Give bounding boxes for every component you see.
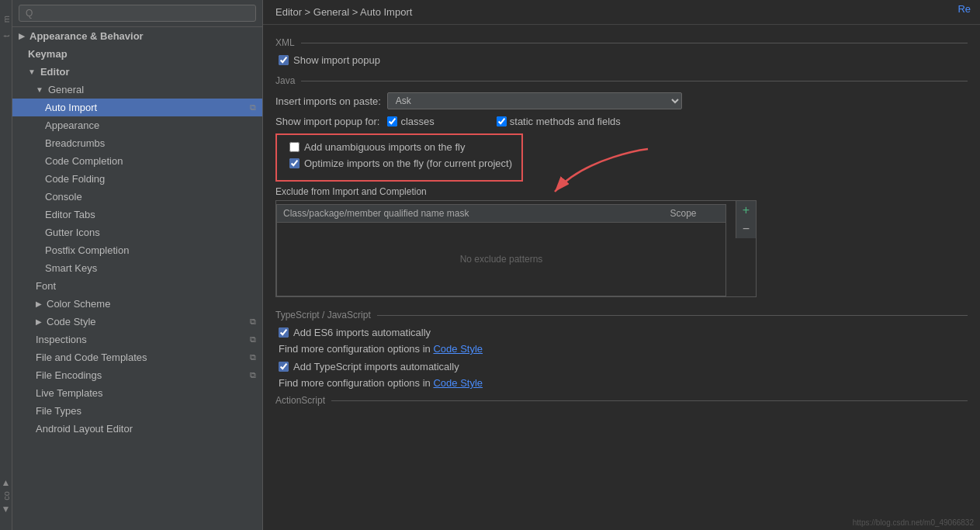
exclude-section: Exclude from Import and Completion Class… (275, 186, 968, 297)
optimize-imports-row: Optimize imports on the fly (for current… (286, 158, 512, 169)
sidebar-item-smart-keys[interactable]: Smart Keys (12, 259, 262, 277)
expand-arrow-icon: ▶ (36, 300, 42, 308)
side-letter-co: co (2, 491, 11, 501)
sidebar-item-file-encodings[interactable]: File Encodings ⧉ (12, 366, 262, 384)
table-col2-header: Scope (664, 205, 726, 223)
sidebar-item-code-completion[interactable]: Code Completion (12, 152, 262, 170)
expand-arrow-icon: ▼ (36, 85, 43, 94)
sidebar-item-code-style[interactable]: ▶ Code Style ⧉ (12, 313, 262, 331)
sidebar-item-keymap[interactable]: Keymap (12, 45, 262, 63)
show-import-popup-checkbox[interactable] (279, 55, 289, 65)
sidebar-item-label: File Encodings (36, 369, 102, 381)
sidebar-item-label: Appearance (45, 120, 99, 131)
side-letter-t: t (2, 35, 11, 37)
xml-section-title: XML (275, 37, 968, 48)
sidebar-item-auto-import[interactable]: Auto Import ⧉ (12, 99, 262, 116)
content-body: XML Show import popup Java Insert import… (263, 25, 980, 530)
content-panel: Editor > General > Auto Import XML Show … (263, 0, 980, 530)
sidebar-item-label: Font (36, 280, 56, 292)
static-methods-label: static methods and fields (510, 116, 621, 127)
sidebar-item-general[interactable]: ▼ General (12, 81, 262, 99)
sidebar-item-appearance[interactable]: Appearance (12, 116, 262, 134)
show-import-popup-for-label: Show import popup for: (275, 116, 379, 127)
sidebar-item-label: File and Code Templates (36, 352, 147, 363)
add-es6-label: Add ES6 imports automatically (293, 327, 431, 338)
sidebar-item-inspections[interactable]: Inspections ⧉ (12, 331, 262, 348)
add-ts-checkbox[interactable] (279, 362, 289, 372)
code-style-link-es6[interactable]: Code Style (433, 343, 483, 355)
add-unambiguous-checkbox[interactable] (289, 142, 300, 152)
copy-icon: ⧉ (250, 370, 256, 380)
exclude-table: Class/package/member qualified name mask… (276, 204, 726, 296)
sidebar-item-label: Live Templates (36, 387, 102, 399)
sidebar-item-label: Editor Tabs (45, 209, 95, 220)
insert-imports-dropdown[interactable]: Ask Always Never (387, 92, 682, 109)
watermark: https://blog.csdn.net/m0_49066832 (853, 518, 974, 527)
side-arrow-down[interactable]: ▼ (2, 504, 11, 514)
sidebar-item-label: Code Style (47, 316, 96, 327)
find-more-es6-row: Find more configuration options in Code … (275, 343, 968, 355)
typescript-section-title: TypeScript / JavaScript (275, 310, 968, 320)
sidebar-item-console[interactable]: Console (12, 188, 262, 206)
sidebar-item-label: Smart Keys (45, 262, 97, 274)
sidebar-item-code-folding[interactable]: Code Folding (12, 170, 262, 188)
expand-arrow-icon: ▼ (28, 68, 36, 76)
sidebar-item-file-types[interactable]: File Types (12, 402, 262, 420)
sidebar-item-label: Code Completion (45, 155, 123, 167)
insert-imports-row: Insert imports on paste: Ask Always Neve… (275, 92, 968, 109)
optimize-imports-label: Optimize imports on the fly (for current… (304, 158, 512, 169)
side-indicator: m t ▲ co ▼ (0, 0, 12, 530)
static-methods-checkbox-row: static methods and fields (497, 116, 621, 127)
sidebar-search-input[interactable] (19, 5, 256, 22)
find-more-es6-prefix: Find more configuration options in (279, 343, 433, 355)
annotation-area: Add unambiguous imports on the fly Optim… (275, 133, 968, 182)
sidebar-item-label: Android Layout Editor (36, 423, 133, 435)
remove-pattern-button[interactable]: − (736, 220, 756, 238)
sidebar-item-label: Code Folding (45, 173, 105, 185)
sidebar-item-gutter-icons[interactable]: Gutter Icons (12, 223, 262, 241)
table-col1-header: Class/package/member qualified name mask (277, 205, 664, 223)
expand-arrow-icon: ▶ (19, 32, 25, 40)
sidebar-item-color-scheme[interactable]: ▶ Color Scheme (12, 295, 262, 313)
add-ts-row: Add TypeScript imports automatically (275, 361, 968, 372)
copy-icon: ⧉ (250, 334, 256, 345)
insert-imports-label: Insert imports on paste: (275, 95, 381, 107)
sidebar-item-font[interactable]: Font (12, 277, 262, 295)
side-arrow-up[interactable]: ▲ (2, 477, 11, 488)
find-more-ts-prefix: Find more configuration options in (279, 377, 433, 389)
show-import-popup-row: Show import popup (275, 54, 968, 66)
reset-button[interactable]: Re (948, 0, 980, 18)
sidebar-item-file-code-templates[interactable]: File and Code Templates ⧉ (12, 348, 262, 366)
code-style-link-ts[interactable]: Code Style (433, 377, 483, 389)
breadcrumb: Editor > General > Auto Import (263, 0, 980, 25)
sidebar-item-label: Appearance & Behavior (29, 30, 144, 42)
sidebar-search-container (12, 0, 262, 27)
find-more-ts-row: Find more configuration options in Code … (275, 377, 968, 389)
sidebar-item-label: Gutter Icons (45, 227, 100, 238)
copy-icon: ⧉ (250, 352, 256, 362)
sidebar-item-label: General (48, 84, 84, 95)
sidebar-item-appearance-behavior[interactable]: ▶ Appearance & Behavior (12, 27, 262, 45)
classes-checkbox[interactable] (387, 116, 397, 126)
optimize-imports-checkbox[interactable] (289, 158, 300, 168)
sidebar-item-label: Console (45, 191, 82, 203)
show-import-popup-label: Show import popup (293, 54, 380, 66)
table-actions: + − (736, 201, 756, 238)
add-ts-label: Add TypeScript imports automatically (293, 361, 459, 372)
sidebar-item-live-templates[interactable]: Live Templates (12, 384, 262, 402)
static-methods-checkbox[interactable] (497, 116, 507, 126)
sidebar-item-label: Color Scheme (47, 298, 110, 310)
sidebar-item-label: Breadcrumbs (45, 137, 105, 149)
sidebar-item-android-layout-editor[interactable]: Android Layout Editor (12, 420, 262, 438)
sidebar-item-label: File Types (36, 405, 81, 417)
add-es6-checkbox[interactable] (279, 327, 289, 338)
sidebar-item-breadcrumbs[interactable]: Breadcrumbs (12, 134, 262, 152)
classes-label: classes (400, 116, 434, 127)
sidebar-item-editor-tabs[interactable]: Editor Tabs (12, 206, 262, 223)
sidebar-item-postfix-completion[interactable]: Postfix Completion (12, 241, 262, 259)
sidebar-item-editor[interactable]: ▼ Editor (12, 63, 262, 81)
java-section-title: Java (275, 75, 968, 86)
copy-icon: ⧉ (250, 102, 256, 113)
add-pattern-button[interactable]: + (736, 201, 756, 220)
copy-icon: ⧉ (250, 317, 256, 327)
